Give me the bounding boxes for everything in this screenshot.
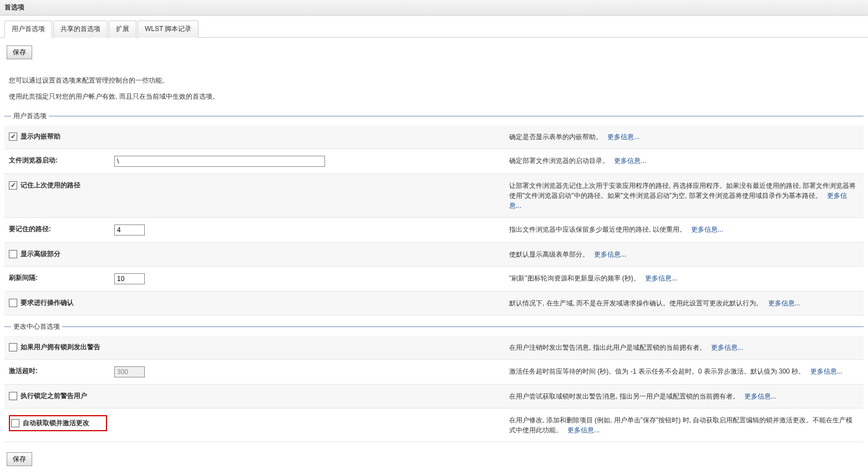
section-change-center: 更改中心首选项 如果用户拥有锁则发出警告 在用户注销时发出警告消息, 指出此用户…	[4, 322, 864, 442]
checkbox-show-inline-help[interactable]	[9, 132, 17, 141]
label-warn-if-lock: 如果用户拥有锁则发出警告	[21, 343, 100, 352]
more-link-auto-lock[interactable]: 更多信息...	[567, 426, 600, 434]
tab-extensions[interactable]: 扩展	[109, 21, 136, 38]
highlighted-auto-lock: 自动获取锁并激活更改	[9, 415, 107, 431]
desc-auto-lock-activate: 在用户修改, 添加和删除项目 (例如, 用户单击"保存"按钮时) 时, 自动获取…	[509, 416, 852, 434]
checkbox-auto-lock-activate[interactable]	[11, 419, 19, 427]
more-link-ask-confirmation[interactable]: 更多信息...	[768, 299, 800, 307]
more-link-warn-if-lock[interactable]: 更多信息...	[711, 344, 743, 351]
save-button-bottom[interactable]: 保存	[7, 452, 32, 466]
intro-text: 您可以通过设置首选项来配置管理控制台的一些功能。 使用此页指定只对您的用户帐户有…	[9, 73, 859, 105]
row-remember-path: 记住上次使用的路径 让部署文件浏览器先记住上次用于安装应用程序的路径, 再选择应…	[4, 174, 864, 218]
input-paths-to-remember[interactable]	[114, 224, 145, 236]
save-button-top[interactable]: 保存	[7, 45, 32, 59]
row-show-advanced: 显示高级部分 使默认显示高级表单部分。 更多信息...	[4, 243, 864, 267]
more-link-refresh-interval[interactable]: 更多信息...	[645, 274, 677, 282]
page-title-bar: 首选项	[0, 0, 868, 16]
desc-show-inline-help: 确定是否显示表单的内嵌帮助。	[509, 133, 602, 141]
row-activate-timeout: 激活超时: 激活任务超时前应等待的时间 (秒)。值为 -1 表示任务不会超时。0…	[4, 360, 864, 385]
row-show-inline-help: 显示内嵌帮助 确定是否显示表单的内嵌帮助。 更多信息...	[4, 125, 864, 149]
label-refresh-interval: 刷新间隔:	[9, 273, 38, 283]
desc-file-browser-start: 确定部署文件浏览器的启动目录。	[509, 157, 609, 165]
legend-change-center: 更改中心首选项	[4, 322, 864, 331]
label-paths-to-remember: 要记住的路径:	[9, 224, 51, 234]
checkbox-warn-before-lock[interactable]	[9, 392, 17, 400]
row-file-browser-start: 文件浏览器启动: 确定部署文件浏览器的启动目录。 更多信息...	[4, 149, 864, 174]
label-file-browser-start: 文件浏览器启动:	[9, 156, 58, 165]
more-link-inline-help[interactable]: 更多信息...	[607, 133, 639, 141]
label-show-advanced: 显示高级部分	[21, 249, 60, 259]
tabs-container: 用户首选项 共享的首选项 扩展 WLST 脚本记录	[0, 20, 868, 38]
more-link-activate-timeout[interactable]: 更多信息...	[810, 367, 842, 375]
legend-user-prefs: 用户首选项	[4, 111, 864, 121]
label-auto-lock-activate: 自动获取锁并激活更改	[23, 418, 89, 428]
tab-wlst-recording[interactable]: WLST 脚本记录	[138, 21, 199, 38]
more-link-paths-remember[interactable]: 更多信息...	[691, 226, 723, 233]
desc-remember-path: 让部署文件浏览器先记住上次用于安装应用程序的路径, 再选择应用程序。如果没有最近…	[509, 182, 856, 200]
section-user-preferences: 用户首选项 显示内嵌帮助 确定是否显示表单的内嵌帮助。 更多信息... 文件浏览…	[4, 111, 864, 315]
more-link-warn-before-lock[interactable]: 更多信息...	[744, 392, 776, 400]
checkbox-remember-path[interactable]	[9, 181, 17, 190]
desc-warn-before-lock: 在用户尝试获取域锁时发出警告消息, 指出另一用户是域配置锁的当前拥有者。	[509, 392, 739, 400]
desc-show-advanced: 使默认显示高级表单部分。	[509, 251, 589, 258]
more-link-show-advanced[interactable]: 更多信息...	[594, 251, 626, 258]
checkbox-ask-confirmation[interactable]	[9, 299, 17, 307]
input-file-browser-start[interactable]	[114, 156, 325, 167]
desc-ask-confirmation: 默认情况下, 在生产域, 而不是在开发域请求操作确认。使用此设置可更改此默认行为…	[509, 299, 763, 307]
intro-line-1: 您可以通过设置首选项来配置管理控制台的一些功能。	[9, 73, 859, 89]
label-ask-confirmation: 要求进行操作确认	[21, 298, 74, 308]
row-ask-confirmation: 要求进行操作确认 默认情况下, 在生产域, 而不是在开发域请求操作确认。使用此设…	[4, 292, 864, 315]
desc-activate-timeout: 激活任务超时前应等待的时间 (秒)。值为 -1 表示任务不会超时。0 表示异步激…	[509, 367, 805, 375]
input-activate-timeout	[114, 366, 145, 377]
desc-paths-to-remember: 指出文件浏览器中应该保留多少最近使用的路径, 以便重用。	[509, 226, 686, 233]
row-warn-if-lock: 如果用户拥有锁则发出警告 在用户注销时发出警告消息, 指出此用户是域配置锁的当前…	[4, 336, 864, 360]
tab-user-preferences[interactable]: 用户首选项	[4, 21, 52, 38]
label-activate-timeout: 激活超时:	[9, 366, 38, 376]
row-refresh-interval: 刷新间隔: "刷新"图标轮询资源和更新显示的频率 (秒)。 更多信息...	[4, 267, 864, 292]
desc-refresh-interval: "刷新"图标轮询资源和更新显示的频率 (秒)。	[509, 274, 640, 282]
row-paths-to-remember: 要记住的路径: 指出文件浏览器中应该保留多少最近使用的路径, 以便重用。 更多信…	[4, 218, 864, 243]
desc-warn-if-lock: 在用户注销时发出警告消息, 指出此用户是域配置锁的当前拥有者。	[509, 344, 706, 351]
content-area: 保存 您可以通过设置首选项来配置管理控制台的一些功能。 使用此页指定只对您的用户…	[0, 38, 868, 475]
more-link-file-browser[interactable]: 更多信息...	[614, 157, 646, 165]
intro-line-2: 使用此页指定只对您的用户帐户有效, 而且只在当前域中生效的首选项。	[9, 89, 859, 105]
checkbox-warn-if-lock[interactable]	[9, 343, 17, 351]
row-warn-before-lock: 执行锁定之前警告用户 在用户尝试获取域锁时发出警告消息, 指出另一用户是域配置锁…	[4, 385, 864, 408]
input-refresh-interval[interactable]	[114, 273, 145, 284]
tab-shared-preferences[interactable]: 共享的首选项	[53, 21, 108, 38]
label-warn-before-lock: 执行锁定之前警告用户	[21, 391, 87, 401]
row-auto-lock-activate: 自动获取锁并激活更改 在用户修改, 添加和删除项目 (例如, 用户单击"保存"按…	[4, 408, 864, 442]
label-remember-path: 记住上次使用的路径	[21, 181, 80, 190]
checkbox-show-advanced[interactable]	[9, 250, 17, 258]
label-show-inline-help: 显示内嵌帮助	[21, 132, 60, 141]
page-title: 首选项	[4, 3, 24, 11]
